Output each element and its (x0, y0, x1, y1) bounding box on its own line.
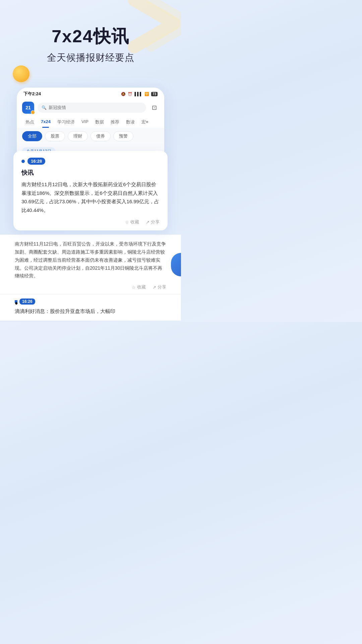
collect-label-2: 收藏 (137, 284, 146, 290)
second-share-button[interactable]: ↗ 分享 (153, 284, 166, 290)
share-icon: ↗ (146, 220, 149, 225)
status-time: 下午2:24 (23, 91, 41, 97)
app-header: 21 🔍 新冠疫情 ⊡ 热点 7x24 学习经济 VIP 数据 推荐 数读 宏≡ (17, 99, 164, 128)
tab-recommend[interactable]: 推荐 (107, 117, 123, 128)
news-actions: ☆ 收藏 ↗ 分享 (21, 219, 160, 225)
news-tag: 快讯 (21, 169, 160, 177)
tab-hotspot[interactable]: 热点 (22, 117, 38, 128)
chip-alert[interactable]: 预警 (113, 131, 133, 141)
mute-icon: 🔕 (121, 92, 126, 96)
second-collect-button[interactable]: ☆ 收藏 (132, 284, 146, 290)
phone-mockup: 下午2:24 🔕 ⏰ ▌▌▌ 🛜 73 21 🔍 新冠疫情 ⊡ 热点 (17, 88, 164, 161)
news-content: 南方财经11月12日电，次新大牛股拓新药业近6个交易日股价暴涨近186%。深交所… (21, 180, 160, 214)
tab-macro[interactable]: 宏≡ (138, 117, 152, 128)
signal-icon: ▌▌▌ (134, 92, 142, 96)
chip-all[interactable]: 全部 (22, 131, 42, 141)
news-dot (21, 160, 25, 163)
second-article-actions: ☆ 收藏 ↗ 分享 (15, 284, 166, 290)
search-placeholder: 新冠疫情 (49, 105, 66, 111)
app-logo-badge (31, 110, 35, 114)
news-time-badge: 16:28 (27, 158, 45, 165)
star-icon: ☆ (125, 220, 129, 225)
third-article: ● 16:26 滴滴利好消息：股价拉升亚盘市场后，大幅印 (0, 294, 181, 321)
tab-digital-reading[interactable]: 数读 (123, 117, 138, 128)
share-button[interactable]: ↗ 分享 (146, 219, 160, 225)
hero-subtitle: 全天候播报财经要点 (13, 51, 168, 64)
status-bar: 下午2:24 🔕 ⏰ ▌▌▌ 🛜 73 (17, 88, 164, 99)
search-icon: 🔍 (42, 105, 47, 110)
star-icon-2: ☆ (132, 285, 136, 290)
chip-stocks[interactable]: 股票 (45, 131, 65, 141)
filter-chips: 全部 股票 理财 债券 预警 (17, 128, 164, 145)
search-bar[interactable]: 🔍 新冠疫情 (38, 103, 146, 113)
third-dot: ● (15, 300, 17, 303)
news-card-header: 16:28 (21, 158, 160, 165)
news-card: 16:28 快讯 南方财经11月12日电，次新大牛股拓新药业近6个交易日股价暴涨… (13, 151, 168, 230)
chip-bonds[interactable]: 债券 (90, 131, 111, 141)
hero-section: 7x24快讯 全天候播报财经要点 (0, 0, 181, 77)
third-article-title: 滴滴利好消息：股价拉升亚盘市场后，大幅印 (15, 307, 166, 315)
collect-button[interactable]: ☆ 收藏 (125, 219, 139, 225)
chip-finance[interactable]: 理财 (68, 131, 88, 141)
alarm-icon: ⏰ (128, 92, 132, 96)
battery-icon: 73 (151, 92, 158, 96)
second-article: 南方财经11月12日电，百旺百贸公告，开业以来，受市场环境下行及竞争加剧、商圈配… (0, 234, 181, 294)
hero-title: 7x24快讯 (13, 27, 168, 46)
share-icon-2: ↗ (153, 285, 156, 290)
third-time-badge: 16:26 (19, 299, 35, 305)
second-article-text: 南方财经11月12日电，百旺百贸公告，开业以来，受市场环境下行及竞争加剧、商圈配… (15, 240, 166, 280)
blue-decoration (171, 253, 181, 276)
share-label-2: 分享 (158, 284, 166, 290)
share-label: 分享 (151, 219, 160, 225)
app-logo[interactable]: 21 (22, 102, 34, 114)
search-row: 21 🔍 新冠疫情 ⊡ (22, 102, 159, 114)
wifi-icon: 🛜 (144, 92, 149, 96)
tab-data[interactable]: 数据 (92, 117, 107, 128)
nav-tabs: 热点 7x24 学习经济 VIP 数据 推荐 数读 宏≡ (22, 117, 159, 128)
collect-label: 收藏 (130, 219, 139, 225)
tab-7x24[interactable]: 7x24 (38, 117, 54, 128)
scan-icon[interactable]: ⊡ (149, 103, 159, 112)
status-icons: 🔕 ⏰ ▌▌▌ 🛜 73 (121, 92, 158, 96)
tab-vip[interactable]: VIP (78, 117, 92, 128)
tab-study-economy[interactable]: 学习经济 (54, 117, 78, 128)
